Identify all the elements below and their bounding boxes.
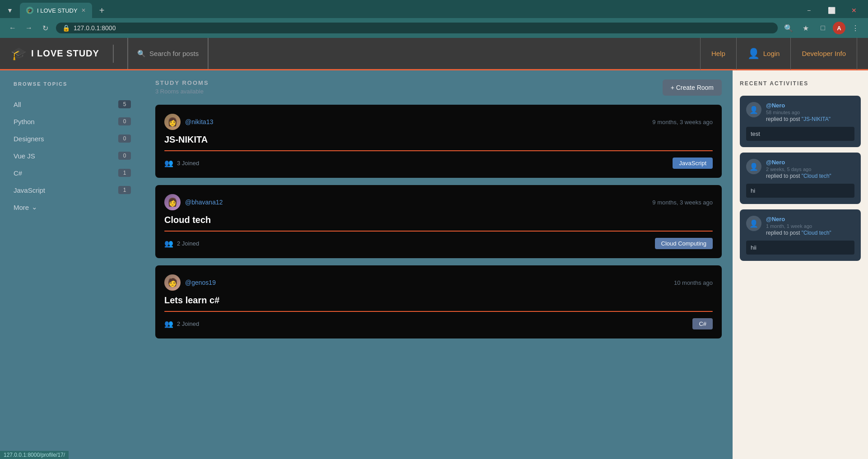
developer-info-link[interactable]: Developer Info [791,37,857,70]
logo-area: 🎓 I LOVE STUDY [11,46,99,61]
room-footer: 👥 2 Joined Cloud Computing [164,238,713,249]
minimize-btn[interactable]: − [798,4,819,17]
logo-icon: 🎓 [11,46,27,61]
people-icon: 👥 [164,320,173,328]
forward-btn[interactable]: → [22,21,36,35]
activity-avatar: 👤 [746,216,761,231]
sidebar: BROWSE TOPICS All 5 Python 0 Designers 0… [0,70,144,459]
sidebar-item-python[interactable]: Python 0 [14,113,131,130]
topic-count-javascript: 1 [118,186,131,194]
topic-name-python: Python [14,118,35,125]
room-author: 👩 @bhavana12 [164,194,223,210]
topic-name-csharp: C# [14,169,22,177]
sidebar-item-designers[interactable]: Designers 0 [14,130,131,147]
search-inner: 🔍 Search for posts [137,50,199,58]
url-text: 127.0.0.1:8000 [74,24,116,32]
people-icon: 👥 [164,239,173,248]
room-time: 9 months, 3 weeks ago [652,119,713,125]
login-link[interactable]: 👤 Login [737,37,791,70]
room-tag[interactable]: C# [692,318,713,329]
avatar: 👩 [164,194,181,210]
room-meta: 🧑 @genos19 10 months ago [164,274,713,291]
room-card[interactable]: 👩 @nikita13 9 months, 3 weeks ago JS-NIK… [155,105,722,178]
profile-menu-btn[interactable]: ▼ [4,4,16,17]
rooms-header: STUDY ROOMS 3 Rooms available + Create R… [155,79,722,96]
activity-info: @Nero 1 month, 1 week ago replied to pos… [766,216,831,236]
topic-name-all: All [14,101,21,108]
sidebar-item-csharp[interactable]: C# 1 [14,164,131,181]
activity-text: replied to post "Cloud tech" [766,230,831,236]
lock-icon: 🔒 [62,24,70,32]
rooms-count: 3 Rooms available [155,88,209,95]
sidebar-toggle-btn[interactable]: □ [816,21,830,35]
activity-user: @Nero [766,216,831,223]
activity-time: 2 weeks, 5 days ago [766,167,831,172]
tab-title: I LOVE STUDY [37,7,78,14]
activity-post-link[interactable]: "JS-NIKITA" [802,116,831,122]
browse-topics-title: BROWSE TOPICS [14,81,131,87]
activity-post-link[interactable]: "Cloud tech" [802,230,831,236]
activity-time: 58 minutes ago [766,110,831,115]
sidebar-item-all[interactable]: All 5 [14,96,131,113]
close-btn[interactable]: ✕ [844,4,864,17]
search-wrap[interactable]: 🔍 Search for posts [127,38,209,69]
activity-header: 👤 @Nero 58 minutes ago replied to post "… [746,102,854,122]
sidebar-item-javascript[interactable]: JavaScript 1 [14,181,131,199]
room-name: Lets learn c# [164,295,713,306]
activity-avatar: 👤 [746,159,761,174]
activity-card: 👤 @Nero 2 weeks, 5 days ago replied to p… [740,153,861,204]
activity-time: 1 month, 1 week ago [766,223,831,229]
room-name: Cloud tech [164,215,713,225]
room-divider [164,311,713,312]
room-time: 9 months, 3 weeks ago [652,199,713,206]
room-tag[interactable]: JavaScript [673,158,713,169]
profile-avatar[interactable]: A [833,22,845,34]
room-meta: 👩 @bhavana12 9 months, 3 weeks ago [164,194,713,210]
new-tab-btn[interactable]: + [96,4,108,17]
tab-favicon: 🎓 [26,7,33,14]
main-content: BROWSE TOPICS All 5 Python 0 Designers 0… [0,70,868,459]
room-card[interactable]: 👩 @bhavana12 9 months, 3 weeks ago Cloud… [155,185,722,258]
nav-links: Help 👤 Login Developer Info [700,37,857,70]
room-tag[interactable]: Cloud Computing [655,238,713,249]
room-meta: 👩 @nikita13 9 months, 3 weeks ago [164,114,713,130]
room-author: 🧑 @genos19 [164,274,216,291]
activity-info: @Nero 58 minutes ago replied to post "JS… [766,102,831,122]
reload-btn[interactable]: ↻ [38,21,52,35]
addr-nav: ← → ↻ [5,21,52,35]
login-label: Login [763,50,780,57]
joined-count: 2 Joined [177,320,199,327]
topic-name-javascript: JavaScript [14,186,45,194]
avatar: 👩 [164,114,181,130]
joined-count: 2 Joined [177,240,199,247]
menu-btn[interactable]: ⋮ [848,21,863,35]
tab-close-btn[interactable]: ✕ [81,7,86,14]
room-card[interactable]: 🧑 @genos19 10 months ago Lets learn c# 👥… [155,265,722,338]
search-btn[interactable]: 🔍 [781,21,796,35]
topic-name-vuejs: Vue JS [14,152,35,160]
back-btn[interactable]: ← [5,21,20,35]
activity-user: @Nero [766,102,831,109]
maximize-btn[interactable]: ⬜ [821,4,842,17]
browser-chrome: ▼ 🎓 I LOVE STUDY ✕ + − ⬜ ✕ ← → ↻ 🔒 127.0… [0,0,868,38]
active-tab[interactable]: 🎓 I LOVE STUDY ✕ [20,3,92,18]
room-username: @genos19 [185,279,216,286]
activity-card: 👤 @Nero 1 month, 1 week ago replied to p… [740,209,861,261]
sidebar-item-vuejs[interactable]: Vue JS 0 [14,147,131,164]
rooms-title-wrap: STUDY ROOMS 3 Rooms available [155,79,209,95]
people-icon: 👥 [164,159,173,167]
address-input[interactable]: 🔒 127.0.0.1:8000 [56,23,778,33]
activities-title: RECENT ACTIVITIES [740,78,861,89]
activity-post-link[interactable]: "Cloud tech" [802,173,831,179]
create-room-btn[interactable]: + Create Room [663,79,722,96]
room-divider [164,150,713,151]
room-author: 👩 @nikita13 [164,114,213,130]
activity-content: test [746,127,854,141]
activity-card: 👤 @Nero 58 minutes ago replied to post "… [740,96,861,147]
activity-info: @Nero 2 weeks, 5 days ago replied to pos… [766,159,831,179]
bookmark-btn[interactable]: ★ [798,21,813,35]
more-label: More [14,204,29,211]
more-topics-btn[interactable]: More ⌄ [14,199,131,216]
help-link[interactable]: Help [700,37,737,70]
tab-bar-left: ▼ 🎓 I LOVE STUDY ✕ + [4,3,108,18]
